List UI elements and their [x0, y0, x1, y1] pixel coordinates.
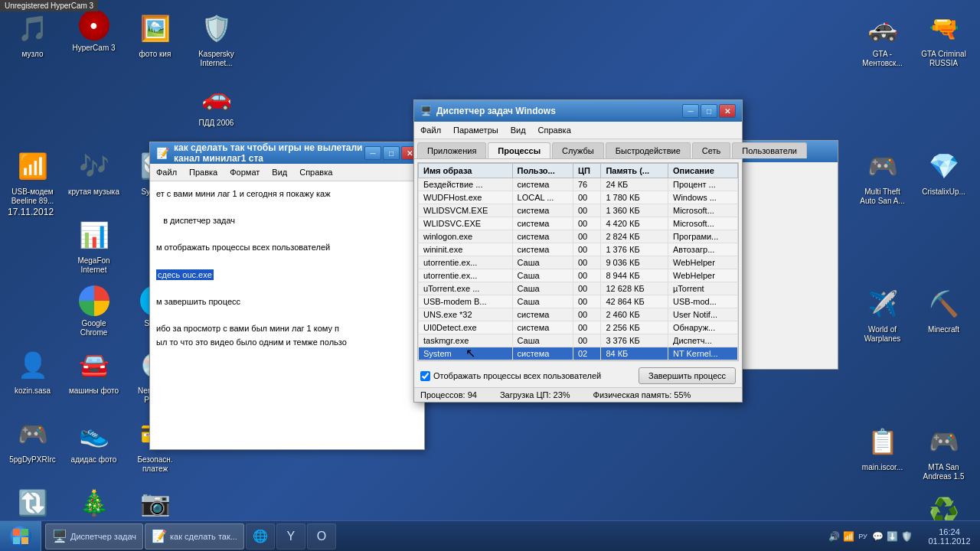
taskmanager-maximize-btn[interactable]: □	[701, 104, 717, 118]
process-row[interactable]: USB-modem B...Саша0042 864 КБUSB-mod...	[419, 295, 738, 308]
tray-icon-skype[interactable]: 💬	[871, 530, 884, 543]
tray-icon-1[interactable]: 🔊	[828, 530, 840, 543]
desktop-icon-mta[interactable]: 🎮 Multi Theft Auto San A...	[854, 142, 911, 210]
show-all-users-checkbox-container[interactable]: Отображать процессы всех пользователей	[420, 371, 601, 381]
process-cell-name: taskmgr.exe	[419, 334, 513, 347]
process-row[interactable]: UNS.exe *32система002 460 КБUser Notif..…	[419, 308, 738, 321]
desktop-icon-empty1	[4, 73, 61, 142]
notepad-minimize-btn[interactable]: ─	[364, 146, 381, 160]
desktop-icon-mainiscor[interactable]: 📋 main.iscor...	[854, 417, 911, 486]
tab-processes[interactable]: Процессы	[488, 142, 550, 158]
process-cell-mem: 8 944 КБ	[601, 269, 668, 282]
notepad-menu-edit[interactable]: Правка	[183, 165, 224, 179]
desktop-icon-adidas[interactable]: 👟 адидас фото	[65, 409, 122, 478]
process-cell-user: Саша	[512, 334, 573, 347]
col-desc[interactable]: Описание	[668, 164, 738, 178]
desktop-icon-empty2	[65, 73, 122, 142]
desktop-icon-cristalix[interactable]: 💎 CristalixUp...	[915, 142, 972, 210]
process-table-wrapper[interactable]: Имя образа Пользо... ЦП Память (... Опис…	[417, 162, 739, 361]
process-row[interactable]: wininit.exeсистема001 376 КБАвтозагр...	[419, 243, 738, 256]
taskmanager-titlebar[interactable]: 🖥️ Диспетчер задач Windows ─ □ ✕	[414, 100, 742, 122]
process-cell-desc: USB-mod...	[668, 295, 738, 308]
tray-icon-utorrent[interactable]: ⬇️	[886, 530, 898, 543]
process-row[interactable]: Systemсистема0284 КБNT Kernel...	[419, 347, 738, 360]
desktop-icon-megafon[interactable]: 📊 MegaFon Internet	[65, 210, 122, 279]
end-process-button[interactable]: Завершить процесс	[639, 367, 736, 384]
desktop-icon-warplanes[interactable]: ✈️ World of Warplanes	[854, 279, 911, 348]
process-row[interactable]: UI0Detect.exeсистема002 256 КБОбнаруж...	[419, 321, 738, 334]
process-row[interactable]: winlogon.exeсистема002 824 КБПрограми...	[419, 230, 738, 243]
taskbar-item-notepad[interactable]: 📝 как сделать так...	[145, 523, 244, 549]
taskmanager-menu-help[interactable]: Справка	[532, 123, 577, 137]
col-name[interactable]: Имя образа	[419, 164, 513, 178]
process-row[interactable]: Бездействие ...система7624 КБПроцент ...	[419, 178, 738, 191]
taskmanager-menu-view[interactable]: Вид	[505, 123, 532, 137]
taskbar-item-chrome[interactable]: 🌐	[246, 523, 275, 549]
desktop-icon-music[interactable]: 🎶 крутая музыка	[65, 142, 122, 210]
notepad-line-6: ибо за просмотр с вами был мини лаг 1 ко…	[156, 322, 418, 336]
show-all-users-checkbox[interactable]	[420, 371, 430, 381]
taskbar-clock[interactable]: 16:24 01.11.2012	[919, 521, 980, 552]
process-cell-name: utorrentie.ex...	[419, 256, 513, 269]
start-button[interactable]	[0, 521, 41, 552]
tab-applications[interactable]: Приложения	[417, 142, 486, 158]
process-row[interactable]: uTorrent.exe ...Саша0012 628 КБµTorrent	[419, 282, 738, 295]
notepad-icon: 📝	[156, 147, 169, 159]
taskmanager-menu-file[interactable]: Файл	[414, 123, 447, 137]
taskbar-chrome-icon: 🌐	[253, 529, 268, 544]
notepad-menu-file[interactable]: Файл	[150, 165, 183, 179]
process-row[interactable]: svchost.exeNETWO...002 252 КБХост-про...	[419, 360, 738, 362]
desktop-icon-muzlo[interactable]: 🎵 музло	[4, 4, 61, 73]
notepad-content[interactable]: ет с вами мини лаг 1 и сегодня я покажу …	[150, 181, 424, 449]
notepad-maximize-btn[interactable]: □	[383, 146, 400, 160]
taskmanager-footer: Отображать процессы всех пользователей З…	[414, 364, 742, 387]
taskbar-item-yandex[interactable]: Y	[276, 523, 305, 549]
process-row[interactable]: WUDFHost.exeLOCAL ...001 780 КБWindows .…	[419, 191, 738, 204]
process-cell-name: System	[419, 347, 513, 360]
tab-services[interactable]: Службы	[552, 142, 604, 158]
tray-icon-kaspersky[interactable]: 🛡️	[900, 530, 913, 543]
taskbar-item-opera[interactable]: O	[307, 523, 336, 549]
process-row[interactable]: WLIDSVCM.EXEсистема001 360 КБMicrosoft..…	[419, 204, 738, 217]
tray-icon-ru[interactable]: РУ	[857, 530, 869, 543]
desktop-icon-hypercam[interactable]: ● HyperCam 3	[65, 4, 122, 73]
desktop-icon-chrome[interactable]: Google Chrome	[65, 279, 122, 348]
windows-orb	[10, 526, 31, 547]
notepad-menu-help[interactable]: Справка	[293, 165, 338, 179]
process-row[interactable]: utorrentie.ex...Саша009 036 КБWebHelper	[419, 256, 738, 269]
process-cell-cpu: 00	[573, 204, 600, 217]
desktop-icon-5pg[interactable]: 🎮 5pgDyPXRIrc	[4, 409, 61, 478]
process-row[interactable]: WLIDSVC.EXEсистема004 420 КБMicrosoft...	[419, 217, 738, 230]
tab-users[interactable]: Пользователи	[732, 142, 807, 158]
taskmanager-minimize-btn[interactable]: ─	[682, 104, 699, 118]
desktop-icon-usb[interactable]: 📶 USB-модем Beeline 89...	[4, 142, 61, 210]
desktop-icon-mta2[interactable]: 🎮 MTA San Andreas 1.5	[915, 417, 972, 486]
col-user[interactable]: Пользо...	[512, 164, 573, 178]
desktop-icon-kozin[interactable]: 👤 kozin.sasa	[4, 341, 61, 409]
taskbar-notepad-label: как сделать так...	[170, 532, 237, 541]
desktop-icon-gta-criminal[interactable]: 🔫 GTA Criminal RUSSIA	[915, 4, 972, 73]
process-row[interactable]: taskmgr.exeСаша003 376 КБДиспетч...	[419, 334, 738, 347]
desktop-icon-foto-kiya[interactable]: 🖼️ фото кия	[126, 4, 184, 73]
desktop-icon-minecraft[interactable]: ⛏️ Minecraft	[915, 279, 972, 348]
process-row[interactable]: utorrentie.ex...Саша008 944 КБWebHelper	[419, 269, 738, 282]
taskmanager-close-btn[interactable]: ✕	[719, 104, 736, 118]
desktop-icon-mashiny[interactable]: 🚘 машины фото	[65, 341, 122, 409]
taskbar-item-taskmanager[interactable]: 🖥️ Диспетчер задач	[45, 523, 143, 549]
tray-icon-2[interactable]: 📶	[842, 530, 854, 543]
desktop-icon-gta-mentovsk[interactable]: 🚓 GTA - Ментовск...	[854, 4, 911, 73]
process-cell-cpu: 00	[573, 230, 600, 243]
process-cell-user: Саша	[512, 295, 573, 308]
notepad-titlebar[interactable]: 📝 как сделать так чтобы игры не вылетали…	[150, 142, 424, 164]
col-cpu[interactable]: ЦП	[573, 164, 600, 178]
notepad-menu-format[interactable]: Формат	[224, 165, 266, 179]
tab-network[interactable]: Сеть	[692, 142, 730, 158]
desktop-icon-kaspersky[interactable]: 🛡️ Kaspersky Internet...	[188, 4, 245, 73]
taskmanager-menu-params[interactable]: Параметры	[447, 123, 505, 137]
col-mem[interactable]: Память (...	[601, 164, 668, 178]
tab-performance[interactable]: Быстродействие	[606, 142, 691, 158]
process-cell-desc: Microsoft...	[668, 217, 738, 230]
process-cell-name: WUDFHost.exe	[419, 191, 513, 204]
desktop-icon-pdd[interactable]: 🚗 ПДД 2006	[188, 73, 245, 142]
notepad-menu-view[interactable]: Вид	[266, 165, 293, 179]
